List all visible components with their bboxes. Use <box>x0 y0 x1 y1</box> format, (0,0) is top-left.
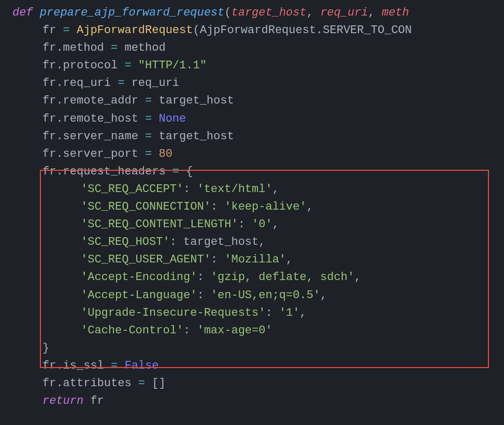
header-line-9: 'Cache-Control': 'max-age=0' <box>12 322 504 340</box>
header-line-2: 'SC_REQ_CONNECTION': 'keep-alive', <box>12 198 504 216</box>
header-line-6: 'Accept-Encoding': 'gzip, deflate, sdch'… <box>12 269 504 286</box>
header-line-7: 'Accept-Language': 'en-US,en;q=0.5', <box>12 287 504 304</box>
keyword-def: def <box>12 6 33 19</box>
param-2: req_uri <box>320 6 368 19</box>
code-line-ssl: fr.is_ssl = False <box>12 357 504 375</box>
header-line-1: 'SC_REQ_ACCEPT': 'text/html', <box>12 181 504 198</box>
code-line-3: fr.method = method <box>12 39 504 57</box>
code-line-return: return fr <box>12 392 504 410</box>
param-1: target_host <box>231 6 306 19</box>
close-brace-line: } <box>12 340 504 357</box>
code-line-9: fr.server_port = 80 <box>12 145 504 163</box>
code-line-7: fr.remote_host = None <box>12 110 504 128</box>
header-line-8: 'Upgrade-Insecure-Requests': '1', <box>12 304 504 322</box>
code-line-6: fr.remote_addr = target_host <box>12 92 504 110</box>
header-line-4: 'SC_REQ_HOST': target_host, <box>12 233 504 251</box>
code-block: def prepare_ajp_forward_request(target_h… <box>12 4 504 410</box>
header-line-5: 'SC_REQ_USER_AGENT': 'Mozilla', <box>12 251 504 269</box>
code-line-1: def prepare_ajp_forward_request(target_h… <box>12 4 504 22</box>
param-3: meth <box>382 6 409 19</box>
code-line-10: fr.request_headers = { <box>12 163 504 181</box>
code-line-5: fr.req_uri = req_uri <box>12 75 504 92</box>
code-line-2: fr = AjpForwardRequest(AjpForwardRequest… <box>12 22 504 39</box>
code-line-attrs: fr.attributes = [] <box>12 375 504 392</box>
code-line-4: fr.protocol = "HTTP/1.1" <box>12 57 504 75</box>
code-line-8: fr.server_name = target_host <box>12 128 504 145</box>
header-line-3: 'SC_REQ_CONTENT_LENGTH': '0', <box>12 216 504 233</box>
function-name: prepare_ajp_forward_request <box>40 6 224 19</box>
